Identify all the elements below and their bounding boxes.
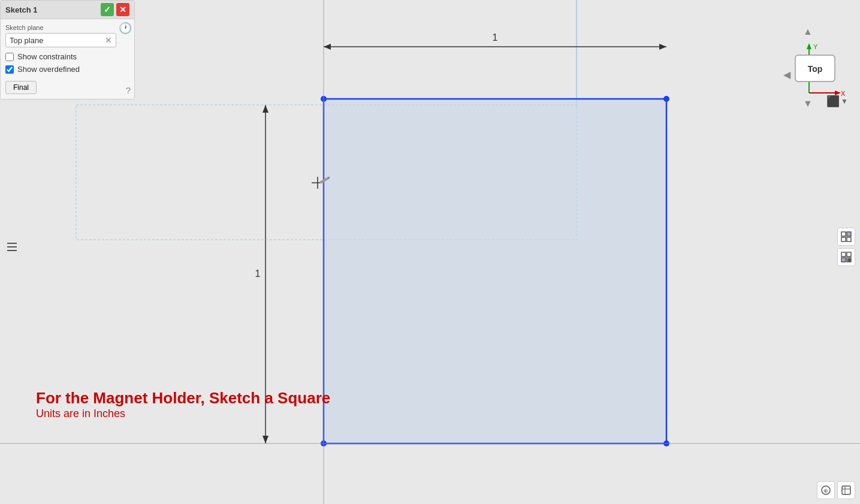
- bottom-toolbar: ⊕: [817, 481, 855, 499]
- svg-text:⊕: ⊕: [823, 488, 828, 494]
- svg-rect-35: [841, 237, 846, 242]
- instruction-main: For the Magnet Holder, Sketch a Square: [36, 389, 330, 408]
- close-button[interactable]: ✕: [116, 3, 129, 16]
- sketch-plane-input[interactable]: Top plane ✕: [5, 33, 116, 47]
- show-constraints-label: Show constraints: [17, 52, 77, 61]
- svg-rect-36: [847, 237, 851, 242]
- svg-text:▲: ▲: [803, 26, 813, 37]
- svg-marker-2: [324, 44, 331, 50]
- show-constraints-checkbox[interactable]: [5, 53, 14, 61]
- svg-rect-33: [841, 232, 846, 236]
- panel-header: Sketch 1 ✓ ✕: [1, 1, 134, 19]
- bottom-btn-1[interactable]: ⊕: [817, 481, 835, 499]
- show-overdefined-row: Show overdefined: [5, 65, 116, 74]
- svg-rect-10: [324, 99, 666, 443]
- clear-plane-icon[interactable]: ✕: [105, 35, 112, 45]
- svg-marker-22: [807, 43, 811, 49]
- svg-marker-7: [262, 436, 268, 443]
- svg-marker-3: [659, 44, 666, 50]
- panel-title: Sketch 1: [5, 5, 37, 14]
- svg-text:1: 1: [255, 268, 261, 279]
- field-label: Sketch plane: [5, 24, 116, 31]
- svg-point-41: [847, 258, 851, 262]
- svg-text:Y: Y: [813, 43, 818, 50]
- svg-rect-34: [847, 232, 851, 236]
- svg-point-12: [663, 96, 669, 102]
- svg-rect-38: [847, 252, 851, 256]
- instruction-sub: Units are in Inches: [36, 408, 330, 420]
- svg-text:Top: Top: [808, 64, 823, 74]
- bottom-btn-2[interactable]: [837, 481, 855, 499]
- right-toolbar: [837, 228, 855, 266]
- sketch-panel: Sketch 1 ✓ ✕ 🕐 Sketch plane Top plane ✕ …: [0, 0, 135, 99]
- svg-text:▼: ▼: [803, 98, 813, 108]
- toolbar-button-2[interactable]: [837, 248, 855, 266]
- confirm-button[interactable]: ✓: [101, 3, 114, 16]
- svg-rect-44: [842, 486, 850, 494]
- instruction-text: For the Magnet Holder, Sketch a Square U…: [36, 389, 330, 420]
- plane-value: Top plane: [10, 36, 43, 45]
- view-options-chevron[interactable]: ▼: [841, 97, 848, 105]
- header-buttons: ✓ ✕: [101, 3, 129, 16]
- help-icon[interactable]: ?: [126, 85, 131, 95]
- nav-cube-container: Y X ◀ ▶ ▲ ▼ Top ⬛ ▼: [770, 18, 848, 108]
- panel-body: 🕐 Sketch plane Top plane ✕ Show constrai…: [1, 19, 134, 99]
- clock-icon-button[interactable]: 🕐: [119, 22, 132, 35]
- show-overdefined-label: Show overdefined: [17, 65, 80, 74]
- view-cube-icon: ⬛: [826, 95, 840, 108]
- show-overdefined-checkbox[interactable]: [5, 65, 14, 74]
- svg-rect-37: [841, 252, 846, 256]
- final-button[interactable]: Final: [5, 81, 37, 94]
- svg-text:◀: ◀: [783, 70, 791, 80]
- svg-rect-39: [841, 258, 846, 262]
- list-icon[interactable]: [5, 240, 19, 257]
- svg-text:1: 1: [493, 32, 498, 43]
- svg-marker-6: [262, 105, 268, 113]
- show-constraints-row: Show constraints: [5, 52, 116, 61]
- toolbar-button-1[interactable]: [837, 228, 855, 246]
